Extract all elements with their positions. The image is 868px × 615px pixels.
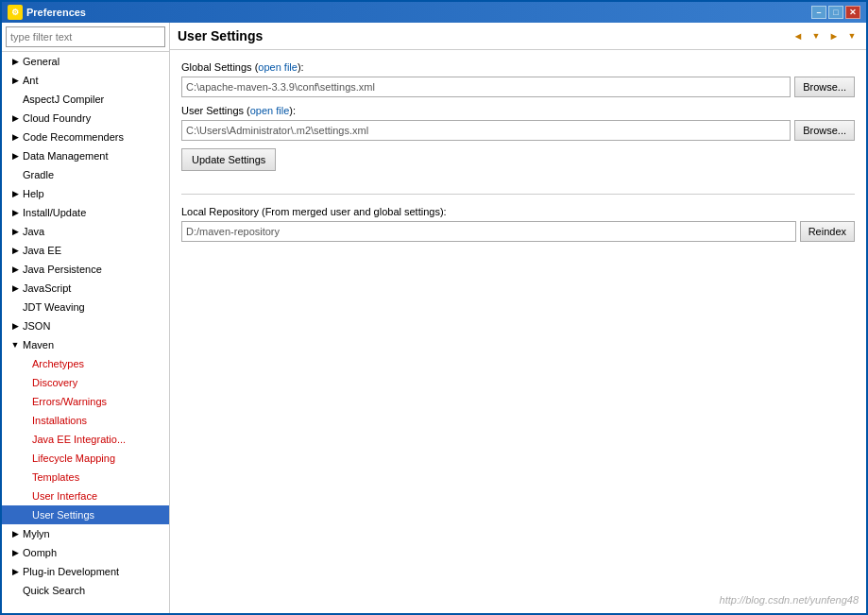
global-settings-label: Global Settings (open file): bbox=[181, 61, 855, 73]
sidebar-item-label-archetypes: Archetypes bbox=[32, 358, 84, 369]
reindex-button[interactable]: Reindex bbox=[800, 221, 855, 242]
sidebar-item-coderecommenders[interactable]: ▶ Code Recommenders bbox=[2, 128, 169, 146]
user-settings-row: Browse... bbox=[181, 120, 855, 141]
sidebar-item-label-maven: Maven bbox=[23, 339, 54, 350]
sidebar-item-aspectj[interactable]: ▶ AspectJ Compiler bbox=[2, 90, 169, 109]
sidebar-item-archetypes[interactable]: Archetypes bbox=[2, 354, 169, 373]
title-bar-buttons: – □ ✕ bbox=[811, 6, 860, 19]
sidebar-item-usersettings[interactable]: User Settings bbox=[2, 505, 169, 524]
filter-input[interactable] bbox=[6, 26, 165, 47]
user-settings-link[interactable]: open file bbox=[250, 105, 290, 116]
sidebar-item-label-mylyn: Mylyn bbox=[23, 528, 50, 539]
sidebar-item-ant[interactable]: ▶ Ant bbox=[2, 71, 169, 90]
close-button[interactable]: ✕ bbox=[845, 6, 860, 19]
sidebar-item-cloudfoundry[interactable]: ▶ Cloud Foundry bbox=[2, 109, 169, 128]
sidebar-item-label-javascript: JavaScript bbox=[23, 282, 71, 294]
sidebar-item-templates[interactable]: Templates bbox=[2, 468, 169, 487]
sidebar-item-javaeeintegration[interactable]: Java EE Integratio... bbox=[2, 430, 169, 449]
expand-arrow-cloudfoundry: ▶ bbox=[9, 112, 21, 124]
sidebar-item-javascript[interactable]: ▶ JavaScript bbox=[2, 279, 169, 298]
sidebar-item-java[interactable]: ▶ Java bbox=[2, 222, 169, 241]
expand-arrow-mylyn: ▶ bbox=[9, 528, 21, 539]
sidebar-item-label-general: General bbox=[23, 56, 60, 67]
expand-arrow-javapersistence: ▶ bbox=[9, 264, 21, 275]
expand-arrow-oomph: ▶ bbox=[9, 547, 21, 558]
sidebar-item-label-installupdate: Install/Update bbox=[23, 207, 86, 218]
sidebar-item-json[interactable]: ▶ JSON bbox=[2, 316, 169, 335]
sidebar-item-errorswarnings[interactable]: Errors/Warnings bbox=[2, 392, 169, 411]
sidebar-item-lifecyclemapping[interactable]: Lifecycle Mapping bbox=[2, 449, 169, 468]
local-repo-label: Local Repository (From merged user and g… bbox=[181, 206, 855, 217]
sidebar-item-label-cloudfoundry: Cloud Foundry bbox=[23, 112, 91, 124]
sidebar-item-label-usersettings: User Settings bbox=[32, 509, 94, 521]
expand-arrow-datamanagement: ▶ bbox=[9, 150, 21, 162]
sidebar-item-label-datamanagement: Data Management bbox=[23, 150, 109, 162]
sidebar-item-installations[interactable]: Installations bbox=[2, 411, 169, 430]
expand-arrow-help: ▶ bbox=[9, 188, 21, 199]
sidebar-item-jdtweaving[interactable]: ▶ JDT Weaving bbox=[2, 298, 169, 316]
sidebar-item-gradle[interactable]: ▶ Gradle bbox=[2, 165, 169, 184]
expand-arrow-coderecommenders: ▶ bbox=[9, 131, 21, 143]
sidebar-item-installupdate[interactable]: ▶ Install/Update bbox=[2, 203, 169, 222]
sidebar-item-label-gradle: Gradle bbox=[23, 169, 54, 180]
right-panel: User Settings ◄ ▼ ► ▼ Global Settings (o… bbox=[170, 23, 866, 613]
global-settings-link[interactable]: open file bbox=[258, 61, 298, 73]
sidebar-item-javaee[interactable]: ▶ Java EE bbox=[2, 241, 169, 260]
user-settings-browse-button[interactable]: Browse... bbox=[794, 120, 855, 141]
main-content: ▶ General ▶ Ant ▶ AspectJ Compiler ▶ Clo… bbox=[2, 23, 866, 613]
sidebar-item-label-coderecommenders: Code Recommenders bbox=[23, 131, 124, 143]
user-settings-label: User Settings (open file): bbox=[181, 105, 855, 116]
sidebar-item-label-javaee: Java EE bbox=[23, 245, 61, 256]
panel-nav-buttons: ◄ ▼ ► ▼ bbox=[789, 26, 859, 45]
sidebar-item-plugindevelopment[interactable]: ▶ Plug-in Development bbox=[2, 562, 169, 581]
window-title: Preferences bbox=[26, 7, 811, 18]
panel-body: Global Settings (open file): Browse... U… bbox=[170, 50, 866, 613]
title-bar: ⚙ Preferences – □ ✕ bbox=[2, 2, 866, 23]
local-repo-input[interactable] bbox=[181, 221, 796, 242]
sidebar-item-label-javaeeintegration: Java EE Integratio... bbox=[32, 434, 126, 445]
expand-arrow-ant: ▶ bbox=[9, 75, 21, 86]
tree-area: ▶ General ▶ Ant ▶ AspectJ Compiler ▶ Clo… bbox=[2, 52, 169, 613]
sidebar-item-maven[interactable]: ▼ Maven bbox=[2, 335, 169, 354]
forward-button[interactable]: ► bbox=[825, 26, 843, 45]
sidebar: ▶ General ▶ Ant ▶ AspectJ Compiler ▶ Clo… bbox=[2, 23, 170, 613]
expand-arrow-general: ▶ bbox=[9, 56, 21, 67]
sidebar-item-label-plugindevelopment: Plug-in Development bbox=[23, 566, 119, 577]
panel-header-bar: User Settings ◄ ▼ ► ▼ bbox=[170, 23, 866, 50]
sidebar-item-quicksearch[interactable]: ▶ Quick Search bbox=[2, 581, 169, 600]
sidebar-item-label-help: Help bbox=[23, 188, 44, 199]
local-repo-row: Reindex bbox=[181, 221, 855, 242]
sidebar-item-general[interactable]: ▶ General bbox=[2, 52, 169, 71]
sidebar-item-label-jdtweaving: JDT Weaving bbox=[23, 301, 85, 313]
user-settings-input[interactable] bbox=[181, 120, 791, 141]
sidebar-item-mylyn[interactable]: ▶ Mylyn bbox=[2, 524, 169, 543]
sidebar-item-help[interactable]: ▶ Help bbox=[2, 184, 169, 203]
global-settings-row: Browse... bbox=[181, 77, 855, 97]
sidebar-item-javapersistence[interactable]: ▶ Java Persistence bbox=[2, 260, 169, 279]
sidebar-item-label-javapersistence: Java Persistence bbox=[23, 264, 102, 275]
sidebar-item-discovery[interactable]: Discovery bbox=[2, 373, 169, 392]
update-settings-button[interactable]: Update Settings bbox=[181, 148, 276, 171]
sidebar-item-label-aspectj: AspectJ Compiler bbox=[23, 94, 104, 105]
sidebar-item-datamanagement[interactable]: ▶ Data Management bbox=[2, 146, 169, 165]
preferences-window: ⚙ Preferences – □ ✕ ▶ General ▶ A bbox=[0, 0, 868, 615]
global-settings-browse-button[interactable]: Browse... bbox=[794, 77, 855, 97]
maximize-button[interactable]: □ bbox=[828, 6, 843, 19]
global-settings-input[interactable] bbox=[181, 77, 791, 97]
forward-dropdown-button[interactable]: ▼ bbox=[845, 26, 859, 45]
expand-arrow-json: ▶ bbox=[9, 320, 21, 332]
sidebar-item-oomph[interactable]: ▶ Oomph bbox=[2, 543, 169, 562]
sidebar-item-label-lifecyclemapping: Lifecycle Mapping bbox=[32, 453, 115, 464]
panel-title: User Settings bbox=[178, 28, 263, 43]
sidebar-item-label-quicksearch: Quick Search bbox=[23, 585, 85, 596]
expand-arrow-plugindevelopment: ▶ bbox=[9, 566, 21, 577]
back-dropdown-button[interactable]: ▼ bbox=[809, 26, 823, 45]
expand-arrow-javascript: ▶ bbox=[9, 282, 21, 294]
sidebar-item-userinterface[interactable]: User Interface bbox=[2, 487, 169, 505]
expand-arrow-maven: ▼ bbox=[9, 339, 21, 350]
back-button[interactable]: ◄ bbox=[789, 26, 808, 45]
watermark-text: http://blog.csdn.net/yunfeng48 bbox=[720, 594, 859, 606]
expand-arrow-java: ▶ bbox=[9, 226, 21, 237]
sidebar-item-label-installations: Installations bbox=[32, 415, 87, 426]
minimize-button[interactable]: – bbox=[811, 6, 826, 19]
